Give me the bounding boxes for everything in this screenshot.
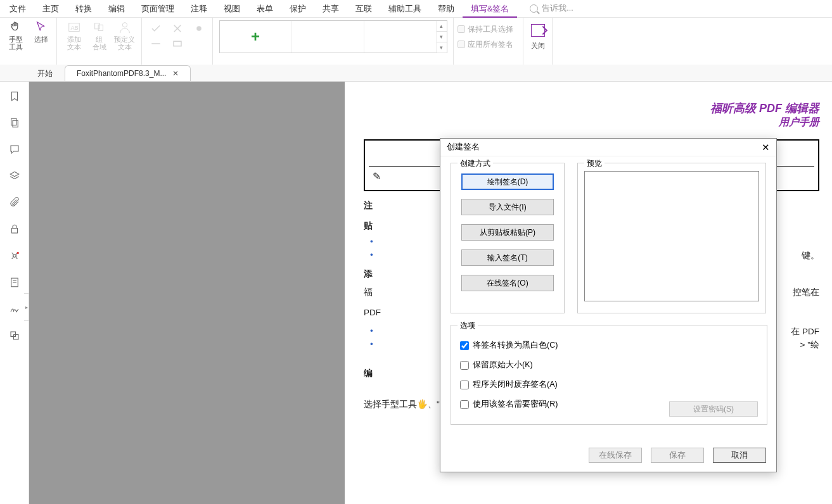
menu-connect[interactable]: 互联 (347, 0, 380, 18)
select-tool-button[interactable]: 选择 (30, 19, 52, 51)
predef-text-button: 预定义 文本 (114, 19, 136, 51)
svg-rect-17 (13, 335, 18, 340)
preview-legend: 预览 (584, 158, 605, 169)
menu-page-manage[interactable]: 页面管理 (133, 0, 182, 18)
close-panel-button[interactable]: 关闭 (527, 19, 549, 49)
tab-document[interactable]: FoxitPhantomPDF8.3_M...✕ (65, 65, 191, 81)
document-tabs: 开始 FoxitPhantomPDF8.3_M...✕ (0, 65, 832, 82)
cursor-icon (34, 20, 48, 34)
menu-accessibility[interactable]: 辅助工具 (380, 0, 430, 18)
set-password-button: 设置密码(S) (669, 401, 758, 417)
pages-icon[interactable] (9, 117, 20, 129)
svg-point-11 (13, 255, 16, 258)
svg-rect-8 (11, 118, 16, 125)
pencil-icon: ✎ (373, 170, 381, 182)
online-signature-button[interactable]: 在线签名(O) (461, 275, 554, 291)
keep-size-checkbox[interactable]: 保留原始大小(K) (460, 360, 760, 370)
tab-start[interactable]: 开始 (25, 65, 65, 81)
create-legend: 创建方式 (458, 158, 493, 169)
paste-clipboard-button[interactable]: 从剪贴板粘贴(P) (461, 224, 554, 241)
page-margin (29, 82, 345, 504)
combine-icon (93, 20, 106, 34)
checkmark-icon (150, 23, 162, 34)
menu-share[interactable]: 共享 (314, 0, 347, 18)
close-tab-icon[interactable]: ✕ (172, 69, 179, 78)
discard-on-close-checkbox[interactable]: 程序关闭时废弃签名(A) (460, 379, 760, 390)
x-icon (172, 23, 183, 34)
page-title: 福昕高级 PDF 编辑器 (364, 101, 819, 116)
svg-rect-7 (174, 41, 181, 46)
svg-rect-9 (13, 120, 18, 127)
apply-all-checkbox[interactable]: 应用所有签名 (458, 37, 513, 52)
dot-icon (193, 23, 205, 34)
layers-icon[interactable] (9, 170, 20, 182)
combine-button: 组 合域 (89, 19, 110, 51)
svg-rect-3 (98, 25, 103, 30)
menu-home[interactable]: 主页 (34, 0, 67, 18)
security-icon[interactable] (9, 224, 20, 235)
dialog-footer: 在线保存 保存 取消 (589, 448, 766, 463)
svg-rect-16 (11, 332, 16, 337)
save-button[interactable]: 保存 (651, 448, 704, 463)
plus-icon: + (251, 28, 260, 46)
article-icon[interactable] (9, 277, 20, 288)
create-signature-dialog: 创建签名 ✕ 创建方式 绘制签名(D) 导入文件(I) 从剪贴板粘贴(P) 输入… (440, 138, 777, 472)
menu-edit[interactable]: 编辑 (100, 0, 133, 18)
copy-icon[interactable] (9, 330, 20, 341)
gallery-scroll[interactable]: ▴▾▾ (437, 21, 447, 53)
text-icon: AB (67, 20, 81, 34)
add-signature-slot[interactable]: + (220, 21, 292, 53)
menu-convert[interactable]: 转换 (67, 0, 100, 18)
sign-icon[interactable] (9, 303, 20, 315)
svg-point-4 (122, 23, 127, 27)
menu-fill-sign[interactable]: 填写&签名 (463, 0, 517, 18)
close-icon (531, 24, 545, 37)
svg-point-5 (196, 26, 202, 31)
add-text-button: AB 添加 文本 (63, 19, 85, 51)
menu-bar: 文件 主页 转换 编辑 页面管理 注释 视图 表单 保护 共享 互联 辅助工具 … (0, 0, 832, 18)
dialog-close-button[interactable]: ✕ (762, 142, 770, 153)
preview-group: 预览 (577, 163, 766, 313)
type-signature-button[interactable]: 输入签名(T) (461, 249, 554, 266)
attachment-icon[interactable] (9, 197, 20, 208)
cancel-button[interactable]: 取消 (713, 448, 766, 463)
svg-text:AB: AB (70, 25, 78, 31)
search-icon (530, 4, 538, 13)
import-file-button[interactable]: 导入文件(I) (461, 199, 554, 215)
menu-form[interactable]: 表单 (248, 0, 281, 18)
create-method-group: 创建方式 绘制签名(D) 导入文件(I) 从剪贴板粘贴(P) 输入签名(T) 在… (451, 163, 565, 313)
signature-slot[interactable] (364, 21, 437, 53)
tell-me-search[interactable]: 告诉我... (530, 3, 573, 14)
menu-view[interactable]: 视图 (215, 0, 248, 18)
keep-tool-checkbox[interactable]: 保持工具选择 (458, 22, 513, 37)
person-icon (118, 20, 132, 34)
connected-icon[interactable] (9, 250, 20, 261)
rect-icon (172, 38, 183, 49)
ribbon: 手型 工具 选择 AB 添加 文本 组 合域 预定义 文本 (0, 18, 832, 65)
menu-help[interactable]: 帮助 (430, 0, 463, 18)
hand-icon (9, 20, 23, 34)
expand-rail-button[interactable]: ▸ (24, 293, 29, 321)
side-panel-rail: ▸ (0, 82, 29, 504)
svg-rect-2 (94, 23, 99, 29)
signature-gallery[interactable]: + ▴▾▾ (219, 20, 447, 53)
menu-file[interactable]: 文件 (1, 0, 34, 18)
dialog-titlebar: 创建签名 ✕ (440, 139, 776, 156)
svg-point-12 (16, 252, 18, 254)
bookmark-icon[interactable] (9, 91, 20, 102)
preview-box (584, 171, 759, 301)
options-group: 选项 将签名转换为黑白色(C) 保留原始大小(K) 程序关闭时废弃签名(A) 使… (451, 325, 767, 425)
menu-protect[interactable]: 保护 (281, 0, 314, 18)
tell-me-placeholder: 告诉我... (542, 3, 573, 14)
hand-tool-button[interactable]: 手型 工具 (5, 19, 27, 51)
draw-signature-button[interactable]: 绘制签名(D) (461, 173, 554, 190)
dialog-title: 创建签名 (447, 142, 480, 153)
svg-rect-10 (11, 229, 17, 234)
options-legend: 选项 (458, 320, 478, 331)
signature-slot[interactable] (292, 21, 364, 53)
online-save-button[interactable]: 在线保存 (589, 448, 642, 463)
menu-annot[interactable]: 注释 (182, 0, 215, 18)
convert-bw-checkbox[interactable]: 将签名转换为黑白色(C) (460, 340, 760, 351)
page-subtitle: 用户手册 (364, 116, 819, 129)
comment-icon[interactable] (9, 144, 20, 155)
